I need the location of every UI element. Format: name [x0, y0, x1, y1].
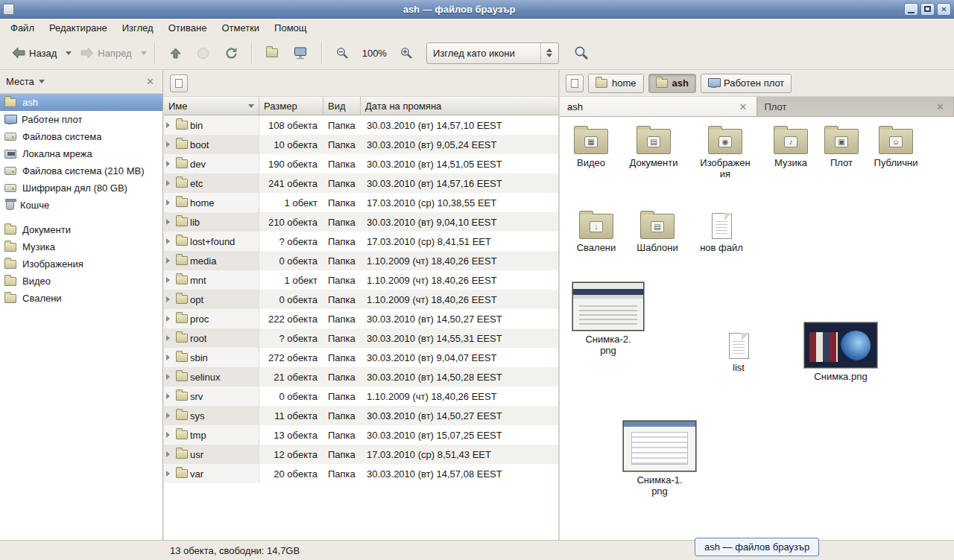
icon-snimka-2[interactable]: Снимка-2.png — [572, 282, 645, 357]
table-row[interactable]: opt0 обектаПапка1.10.2009 (чт) 18,40,26 … — [164, 290, 558, 309]
table-row[interactable]: mnt1 обектПапка1.10.2009 (чт) 18,40,26 E… — [164, 270, 558, 290]
sidebar-dropdown-icon[interactable] — [39, 80, 45, 86]
expander-icon[interactable] — [166, 277, 173, 283]
table-row[interactable]: home1 обектПапка17.03.2010 (ср) 10,38,55… — [164, 193, 558, 212]
window-menu-icon[interactable] — [3, 4, 14, 15]
titlebar[interactable]: ash — файлов браузър ✕ — [0, 0, 954, 19]
column-header-name[interactable]: Име — [164, 97, 259, 115]
view-mode-select[interactable]: Изглед като икони — [426, 42, 559, 64]
table-row[interactable]: bin108 обектаПапка30.03.2010 (вт) 14,57,… — [164, 115, 558, 135]
menu-file[interactable]: Файл — [3, 20, 42, 36]
tab-close-icon[interactable]: ✕ — [935, 101, 946, 112]
sidebar-close-icon[interactable]: ✕ — [144, 76, 157, 87]
sidebar-item-network[interactable]: Локална мрежа — [0, 145, 162, 162]
back-button[interactable]: Назад — [6, 42, 63, 64]
forward-button[interactable]: Напред — [75, 42, 137, 64]
expander-icon[interactable] — [166, 354, 173, 360]
sidebar-item-ash[interactable]: ash — [0, 94, 162, 111]
icon-new-file[interactable]: нов файл — [698, 213, 745, 254]
sidebar-item-filesystem[interactable]: Файлова система — [0, 128, 162, 145]
table-row[interactable]: srv0 обектаПапка1.10.2009 (чт) 18,40,26 … — [164, 386, 558, 406]
back-history-dropdown[interactable] — [66, 51, 72, 58]
column-header-modified[interactable]: Дата на промяна — [361, 97, 558, 115]
zoom-in-button[interactable] — [394, 42, 419, 65]
zoom-out-button[interactable] — [330, 42, 355, 65]
icon-public-folder[interactable]: ☺Публични — [870, 129, 922, 169]
sidebar-item-video[interactable]: Видео — [0, 273, 162, 290]
table-row[interactable]: root? обектаПапка30.03.2010 (вт) 14,55,3… — [164, 328, 558, 348]
expander-icon[interactable] — [166, 432, 173, 438]
expander-icon[interactable] — [166, 374, 173, 380]
sidebar-item-encrypted[interactable]: Шифриран дял (80 GB) — [0, 179, 162, 197]
expander-icon[interactable] — [166, 471, 173, 477]
sidebar-item-downloads[interactable]: Свалени — [0, 290, 162, 307]
forward-history-dropdown[interactable] — [141, 51, 147, 58]
sidebar-item-trash[interactable]: Кошче — [0, 197, 162, 214]
expander-icon[interactable] — [166, 335, 173, 341]
minimize-button[interactable] — [904, 3, 918, 16]
icon-templates-folder[interactable]: ▤Шаблони — [631, 214, 683, 254]
maximize-button[interactable] — [920, 3, 935, 16]
expander-icon[interactable] — [166, 296, 173, 302]
table-row[interactable]: tmp13 обектаПапка30.03.2010 (вт) 15,07,2… — [164, 425, 558, 445]
computer-button[interactable] — [287, 42, 314, 65]
expander-icon[interactable] — [166, 141, 173, 147]
menu-edit[interactable]: Редактиране — [42, 20, 115, 36]
icon-video-folder[interactable]: ▦Видео — [566, 129, 616, 169]
home-button[interactable] — [260, 43, 284, 63]
tab-ash[interactable]: ash✕ — [560, 97, 757, 116]
tab-plot[interactable]: Плот✕ — [757, 97, 954, 116]
expander-icon[interactable] — [166, 161, 173, 167]
table-row[interactable]: sbin272 обектаПапка30.03.2010 (вт) 9,04,… — [164, 348, 558, 367]
tab-close-icon[interactable]: ✕ — [738, 101, 749, 112]
close-button[interactable]: ✕ — [937, 3, 951, 16]
sidebar-item-desktop[interactable]: Работен плот — [0, 111, 162, 128]
table-row[interactable]: sys11 обектаПапка30.03.2010 (вт) 14,50,2… — [164, 406, 558, 425]
icon-downloads-folder[interactable]: ↓Свалени — [572, 214, 621, 254]
breadcrumb-home[interactable]: home — [588, 74, 644, 93]
table-row[interactable]: dev190 обектаПапка30.03.2010 (вт) 14,51,… — [164, 154, 558, 174]
pathbar-root-button[interactable] — [566, 74, 584, 92]
sidebar-item-pictures[interactable]: Изображения — [0, 255, 162, 273]
icon-snimka[interactable]: Снимка.png — [803, 322, 878, 383]
icon-documents-folder[interactable]: ▤Документи — [619, 129, 688, 169]
icon-snimka-1[interactable]: Снимка-1.png — [622, 421, 697, 497]
table-row[interactable]: lib210 обектаПапка30.03.2010 (вт) 9,04,1… — [164, 212, 558, 232]
breadcrumb-desktop[interactable]: Работен плот — [701, 74, 792, 93]
icon-pictures-folder[interactable]: ◉Изображения — [699, 129, 751, 180]
table-row[interactable]: var20 обектаПапка30.03.2010 (вт) 14,57,0… — [164, 464, 558, 483]
sidebar-item-music[interactable]: Музика — [0, 238, 162, 255]
reload-button[interactable] — [218, 42, 244, 65]
expander-icon[interactable] — [166, 122, 173, 128]
table-row[interactable]: selinux21 обектаПапка30.03.2010 (вт) 14,… — [164, 367, 558, 386]
expander-icon[interactable] — [166, 219, 173, 225]
table-row[interactable]: etc241 обектаПапка30.03.2010 (вт) 14,57,… — [164, 174, 558, 193]
icon-desktop-folder[interactable]: ▣Плот — [821, 129, 862, 169]
table-row[interactable]: proc222 обектаПапка30.03.2010 (вт) 14,50… — [164, 309, 558, 328]
search-button[interactable] — [568, 40, 595, 66]
pane-location-button[interactable] — [170, 74, 188, 92]
table-row[interactable]: boot10 обектаПапка30.03.2010 (вт) 9,05,2… — [164, 135, 558, 154]
table-row[interactable]: usr12 обектаПапка17.03.2010 (ср) 8,51,43… — [164, 445, 558, 464]
expander-icon[interactable] — [166, 238, 173, 244]
expander-icon[interactable] — [166, 316, 173, 322]
sidebar-item-filesystem-210mb[interactable]: Файлова система (210 MB) — [0, 162, 162, 179]
table-row[interactable]: media0 обектаПапка1.10.2009 (чт) 18,40,2… — [164, 251, 558, 270]
up-button[interactable] — [163, 42, 188, 65]
expander-icon[interactable] — [166, 200, 173, 206]
menu-go[interactable]: Отиване — [161, 20, 215, 36]
expander-icon[interactable] — [166, 180, 173, 186]
expander-icon[interactable] — [166, 451, 173, 457]
menu-help[interactable]: Помощ — [267, 20, 314, 36]
icon-music-folder[interactable]: ♪Музика — [766, 129, 815, 169]
stop-button[interactable] — [191, 42, 215, 65]
breadcrumb-ash[interactable]: ash — [648, 74, 696, 93]
menu-view[interactable]: Изглед — [115, 20, 161, 36]
expander-icon[interactable] — [166, 413, 173, 419]
menu-bookmarks[interactable]: Отметки — [214, 20, 267, 36]
table-row[interactable]: lost+found? обектаПапка17.03.2010 (ср) 8… — [164, 232, 558, 251]
expander-icon[interactable] — [166, 393, 173, 399]
icon-view[interactable]: ▦Видео ▤Документи ◉Изображения ♪Музика ▣… — [560, 117, 954, 540]
column-header-type[interactable]: Вид — [323, 97, 361, 115]
sidebar-item-documents[interactable]: Документи — [0, 221, 162, 238]
